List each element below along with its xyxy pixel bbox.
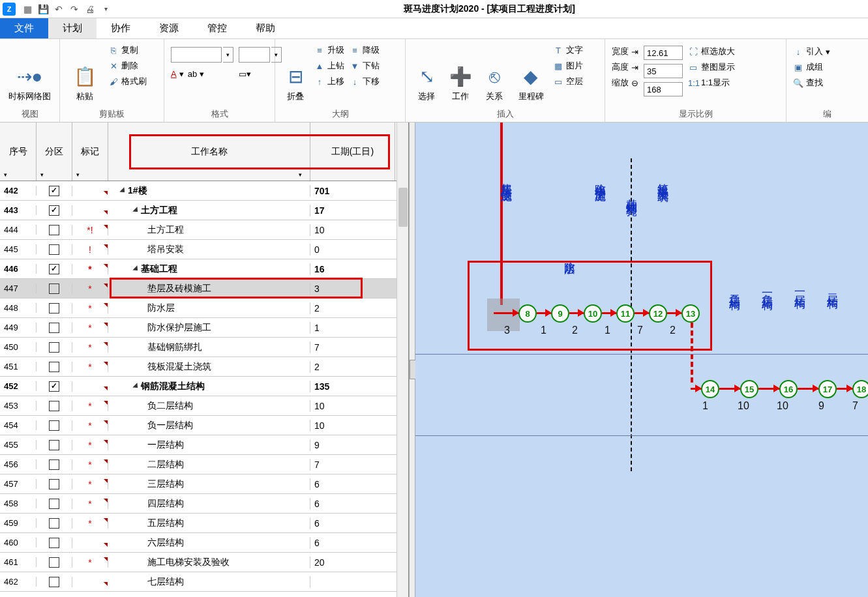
cell-name[interactable]: 五层结构 xyxy=(108,517,310,529)
view-type-button[interactable]: ⇢●时标网络图 xyxy=(4,42,55,104)
cell-zone[interactable] xyxy=(37,381,72,392)
cell-duration[interactable]: 17 xyxy=(310,205,395,216)
table-row[interactable]: 461*施工电梯安装及验收20 xyxy=(0,553,408,572)
cell-duration[interactable]: 2 xyxy=(310,303,395,313)
cell-duration[interactable]: 10 xyxy=(310,225,395,235)
checkbox[interactable] xyxy=(49,557,59,568)
table-row[interactable]: 459*五层结构6 xyxy=(0,514,408,533)
cell-name[interactable]: 土方工程 xyxy=(108,205,310,216)
cell-duration[interactable]: 135 xyxy=(310,381,395,392)
cell-zone[interactable] xyxy=(37,538,72,548)
collapse-button[interactable]: ⊟折叠 xyxy=(279,42,312,104)
drilldown-button[interactable]: ▼下钻 xyxy=(350,60,380,72)
table-row[interactable]: 460六层结构6 xyxy=(0,533,408,553)
table-row[interactable]: 448*防水层2 xyxy=(0,298,408,318)
cell-zone[interactable] xyxy=(37,264,72,274)
cell-name[interactable]: 筏板混凝土浇筑 xyxy=(108,361,310,373)
checkbox[interactable] xyxy=(49,225,59,235)
table-row[interactable]: 453*负二层结构10 xyxy=(0,396,408,416)
table-row[interactable]: 449*防水保护层施工1 xyxy=(0,318,408,338)
fitall-button[interactable]: ▭整图显示 xyxy=(688,61,735,73)
cell-name[interactable]: 基础工程 xyxy=(108,263,310,275)
checkbox[interactable] xyxy=(49,323,59,333)
table-row[interactable]: 457*三层结构6 xyxy=(0,474,408,494)
checkbox[interactable] xyxy=(49,186,59,196)
copy-button[interactable]: ⎘复制 xyxy=(108,44,147,56)
cell-duration[interactable]: 6 xyxy=(310,538,395,548)
work-button[interactable]: ➕工作 xyxy=(443,42,477,104)
oneone-button[interactable]: 1:11:1显示 xyxy=(688,77,735,89)
checkbox[interactable] xyxy=(49,264,59,274)
node-13[interactable]: 13 xyxy=(681,304,700,323)
formatpainter-button[interactable]: 🖌格式刷 xyxy=(108,76,147,87)
space-button[interactable]: ▭空层 xyxy=(553,76,583,87)
col-name[interactable]: 工作名称▾ xyxy=(108,123,310,181)
node-16[interactable]: 16 xyxy=(779,380,798,398)
checkbox[interactable] xyxy=(49,420,59,431)
select-button[interactable]: ⤡选择 xyxy=(410,42,443,104)
node-18[interactable]: 18 xyxy=(852,380,868,398)
collapse-icon[interactable] xyxy=(132,207,140,214)
cell-name[interactable]: 二层结构 xyxy=(108,459,310,471)
splitter[interactable] xyxy=(409,123,415,597)
height-input[interactable] xyxy=(644,64,683,78)
table-row[interactable]: 443土方工程17 xyxy=(0,201,408,220)
checkbox[interactable] xyxy=(49,284,59,294)
table-row[interactable]: 446*基础工程16 xyxy=(0,259,408,279)
cell-name[interactable]: 防水保护层施工 xyxy=(108,322,310,334)
find-button[interactable]: 🔍查找 xyxy=(793,77,830,89)
font-color-button[interactable]: A▾ xyxy=(171,69,184,79)
cell-zone[interactable] xyxy=(37,284,72,294)
relation-button[interactable]: ⎋关系 xyxy=(477,42,511,104)
collapse-icon[interactable] xyxy=(119,187,127,194)
vertical-scrollbar[interactable] xyxy=(397,123,408,597)
col-zone[interactable]: 分区▾ xyxy=(37,123,72,181)
col-mark[interactable]: 标记▾ xyxy=(72,123,108,181)
cell-zone[interactable] xyxy=(37,323,72,333)
redo-icon[interactable]: ↷ xyxy=(68,3,81,16)
qat-dropdown-icon[interactable]: ▾ xyxy=(99,3,112,16)
checkbox[interactable] xyxy=(49,577,59,587)
collapse-icon[interactable] xyxy=(132,265,140,272)
checkbox[interactable] xyxy=(49,362,59,372)
moveup-button[interactable]: ↑上移 xyxy=(314,76,344,87)
node-14[interactable]: 14 xyxy=(701,380,719,398)
cell-zone[interactable] xyxy=(37,303,72,313)
print-icon[interactable]: 🖨 xyxy=(83,3,97,16)
zoom-input[interactable] xyxy=(644,82,683,96)
tab-resource[interactable]: 资源 xyxy=(145,18,193,38)
cell-duration[interactable]: 0 xyxy=(310,244,395,255)
line-color-picker[interactable] xyxy=(239,47,270,63)
cell-zone[interactable] xyxy=(37,459,72,470)
checkbox[interactable] xyxy=(49,538,59,548)
cell-duration[interactable]: 701 xyxy=(310,186,395,196)
cell-duration[interactable]: 1 xyxy=(310,323,395,333)
network-diagram-pane[interactable]: 垫层及砖模施工 防水层 防水保护层施工 基础钢筋绑扎 筏板混凝土浇筑 负二层结构… xyxy=(415,123,868,597)
cell-zone[interactable] xyxy=(37,557,72,568)
cell-zone[interactable] xyxy=(37,518,72,529)
cell-zone[interactable] xyxy=(37,420,72,431)
table-row[interactable]: 447*垫层及砖模施工3 xyxy=(0,279,408,298)
table-row[interactable]: 462七层结构 xyxy=(0,572,408,592)
col-duration[interactable]: 工期(工日) xyxy=(310,123,395,181)
cell-name[interactable]: 四层结构 xyxy=(108,498,310,510)
checkbox[interactable] xyxy=(49,381,59,392)
cell-duration[interactable]: 10 xyxy=(310,420,395,431)
cell-name[interactable]: 1#楼 xyxy=(108,185,310,197)
width-input[interactable] xyxy=(644,46,683,60)
boxzoom-button[interactable]: ⛶框选放大 xyxy=(688,46,735,57)
cell-name[interactable]: 防水层 xyxy=(108,302,310,314)
checkbox[interactable] xyxy=(49,205,59,216)
cell-zone[interactable] xyxy=(37,577,72,587)
movedown-button[interactable]: ↓下移 xyxy=(350,76,380,87)
checkbox[interactable] xyxy=(49,459,59,470)
image-button[interactable]: ▦图片 xyxy=(553,60,583,72)
checkbox[interactable] xyxy=(49,244,59,255)
table-row[interactable]: 451*筏板混凝土浇筑2 xyxy=(0,357,408,377)
undo-icon[interactable]: ↶ xyxy=(52,3,65,16)
checkbox[interactable] xyxy=(49,479,59,489)
cell-duration[interactable]: 10 xyxy=(310,401,395,411)
cell-name[interactable]: 钢筋混凝土结构 xyxy=(108,381,310,392)
group-button[interactable]: ▣成组 xyxy=(793,61,830,73)
cell-name[interactable]: 施工电梯安装及验收 xyxy=(108,557,310,568)
